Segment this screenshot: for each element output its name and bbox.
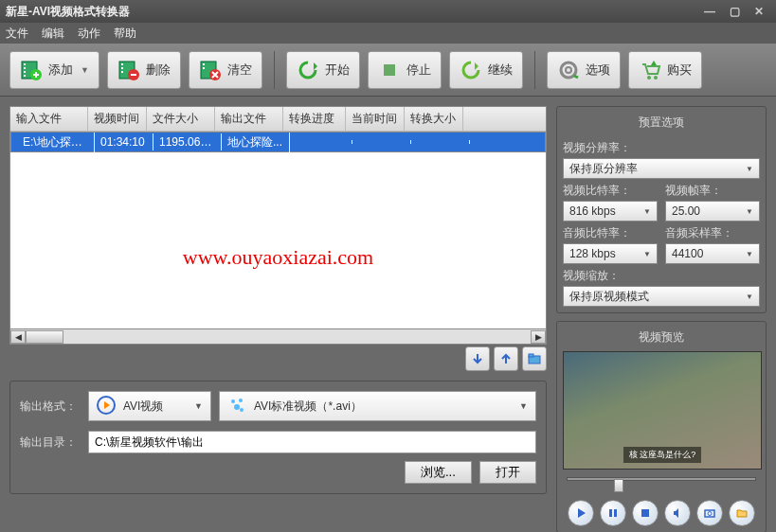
svg-rect-9 xyxy=(121,71,123,73)
grid-header: 输入文件 视频时间 文件大小 输出文件 转换进度 当前时间 转换大小 xyxy=(10,107,546,132)
grid-hscroll[interactable]: ◀ ▶ xyxy=(9,329,547,345)
add-button[interactable]: 添加▼ xyxy=(9,51,99,89)
continue-icon xyxy=(460,59,482,81)
subtitle-text: 核 这座岛是什么? xyxy=(623,447,702,463)
chevron-down-icon: ▼ xyxy=(81,65,89,75)
refresh-icon xyxy=(297,59,319,81)
menu-help[interactable]: 帮助 xyxy=(114,26,136,42)
chevron-down-icon: ▼ xyxy=(194,401,203,411)
chevron-down-icon: ▼ xyxy=(519,401,528,411)
menubar: 文件 编辑 动作 帮助 xyxy=(0,23,776,44)
svg-rect-29 xyxy=(641,509,649,517)
film-clear-icon xyxy=(199,59,222,81)
output-format-select[interactable]: AVI视频 ▼ xyxy=(88,391,211,421)
resolution-select[interactable]: 保持原分辨率▼ xyxy=(563,158,760,179)
cart-icon xyxy=(639,59,661,81)
col-output[interactable]: 输出文件 xyxy=(215,107,283,131)
menu-edit[interactable]: 编辑 xyxy=(42,26,64,42)
buy-button[interactable]: 购买 xyxy=(628,51,702,89)
options-label: 选项 xyxy=(586,62,610,79)
scale-label: 视频缩放： xyxy=(563,268,760,284)
abitrate-select[interactable]: 128 kbps▼ xyxy=(563,243,658,264)
scroll-right-icon[interactable]: ▶ xyxy=(531,330,546,344)
svg-rect-21 xyxy=(529,354,533,357)
volume-button[interactable] xyxy=(664,500,691,526)
film-delete-icon xyxy=(117,59,140,81)
continue-button[interactable]: 继续 xyxy=(449,51,523,89)
open-button[interactable]: 打开 xyxy=(479,461,536,484)
preview-panel: 视频预览 核 这座岛是什么? xyxy=(556,321,767,532)
snapshot-button[interactable] xyxy=(696,500,723,526)
slider-thumb[interactable] xyxy=(614,479,623,492)
col-fsize[interactable]: 文件大小 xyxy=(147,107,215,131)
minimize-button[interactable]: — xyxy=(698,3,721,20)
close-button[interactable]: ✕ xyxy=(748,3,770,20)
buy-label: 购买 xyxy=(667,62,692,79)
svg-point-19 xyxy=(654,76,658,80)
film-add-icon xyxy=(20,59,43,81)
play-icon xyxy=(97,396,116,417)
sparkle-icon xyxy=(227,396,246,417)
svg-point-31 xyxy=(708,512,712,516)
preset-panel: 预置选项 视频分辨率： 保持原分辨率▼ 视频比特率： 816 kbps▼ 视频帧… xyxy=(556,106,767,313)
preview-slider[interactable] xyxy=(567,477,756,492)
output-panel: 输出格式： AVI视频 ▼ AVI标准视频（*.avi） ▼ 输出目录： 浏览.… xyxy=(9,381,547,494)
svg-rect-7 xyxy=(121,63,123,65)
menu-action[interactable]: 动作 xyxy=(78,26,100,42)
preview-area: 核 这座岛是什么? xyxy=(563,351,762,470)
resolution-label: 视频分辨率： xyxy=(563,140,760,156)
stop-button[interactable]: 停止 xyxy=(368,51,442,89)
col-vtime[interactable]: 视频时间 xyxy=(88,107,147,131)
play-button[interactable] xyxy=(568,500,594,526)
clear-label: 清空 xyxy=(227,62,252,79)
start-label: 开始 xyxy=(325,62,350,79)
add-label: 添加 xyxy=(48,62,73,79)
stop-icon xyxy=(378,59,401,81)
delete-button[interactable]: 删除 xyxy=(107,51,181,89)
menu-file[interactable]: 文件 xyxy=(6,26,28,42)
options-button[interactable]: 选项 xyxy=(547,51,621,89)
output-dir-input[interactable] xyxy=(88,431,536,453)
gear-icon xyxy=(557,59,580,81)
vbitrate-select[interactable]: 816 kbps▼ xyxy=(563,201,658,222)
scroll-thumb[interactable] xyxy=(26,330,63,344)
clear-button[interactable]: 清空 xyxy=(189,51,262,89)
col-progress[interactable]: 转换进度 xyxy=(283,107,346,131)
svg-rect-27 xyxy=(609,509,612,517)
col-csize[interactable]: 转换大小 xyxy=(405,107,463,131)
fps-label: 视频帧率： xyxy=(665,183,760,199)
maximize-button[interactable]: ▢ xyxy=(723,3,746,20)
table-row[interactable]: E:\地心探险... 01:34:10 1195.06MB 地心探险... xyxy=(10,132,546,152)
svg-point-26 xyxy=(240,408,244,412)
output-subformat-select[interactable]: AVI标准视频（*.avi） ▼ xyxy=(219,391,536,421)
svg-rect-28 xyxy=(614,509,617,517)
svg-rect-12 xyxy=(203,63,205,65)
abitrate-label: 音频比特率： xyxy=(563,225,658,241)
svg-rect-4 xyxy=(24,75,26,77)
toolbar: 添加▼ 删除 清空 开始 停止 继续 选项 购买 xyxy=(0,44,776,97)
folder-button[interactable] xyxy=(522,346,547,371)
col-ctime[interactable]: 当前时间 xyxy=(346,107,405,131)
move-up-button[interactable] xyxy=(494,346,518,371)
svg-point-25 xyxy=(234,404,240,410)
svg-rect-1 xyxy=(24,63,26,65)
svg-point-18 xyxy=(647,76,651,80)
scale-select[interactable]: 保持原视频模式▼ xyxy=(563,286,760,307)
svg-point-23 xyxy=(231,399,235,403)
watermark: www.ouyaoxiazai.com xyxy=(183,245,373,270)
scroll-left-icon[interactable]: ◀ xyxy=(10,330,26,344)
fps-select[interactable]: 25.00▼ xyxy=(665,201,760,222)
col-input[interactable]: 输入文件 xyxy=(10,107,88,131)
pause-button[interactable] xyxy=(600,500,626,526)
stop-preview-button[interactable] xyxy=(632,500,659,526)
open-folder-button[interactable] xyxy=(729,500,755,526)
svg-point-17 xyxy=(566,67,571,73)
move-down-button[interactable] xyxy=(465,346,490,371)
svg-point-16 xyxy=(561,62,576,78)
start-button[interactable]: 开始 xyxy=(286,51,360,89)
file-grid: 输入文件 视频时间 文件大小 输出文件 转换进度 当前时间 转换大小 E:\地心… xyxy=(9,106,547,329)
asample-select[interactable]: 44100▼ xyxy=(665,243,760,264)
svg-rect-15 xyxy=(384,64,395,76)
browse-button[interactable]: 浏览... xyxy=(405,461,472,484)
asample-label: 音频采样率： xyxy=(665,225,760,241)
